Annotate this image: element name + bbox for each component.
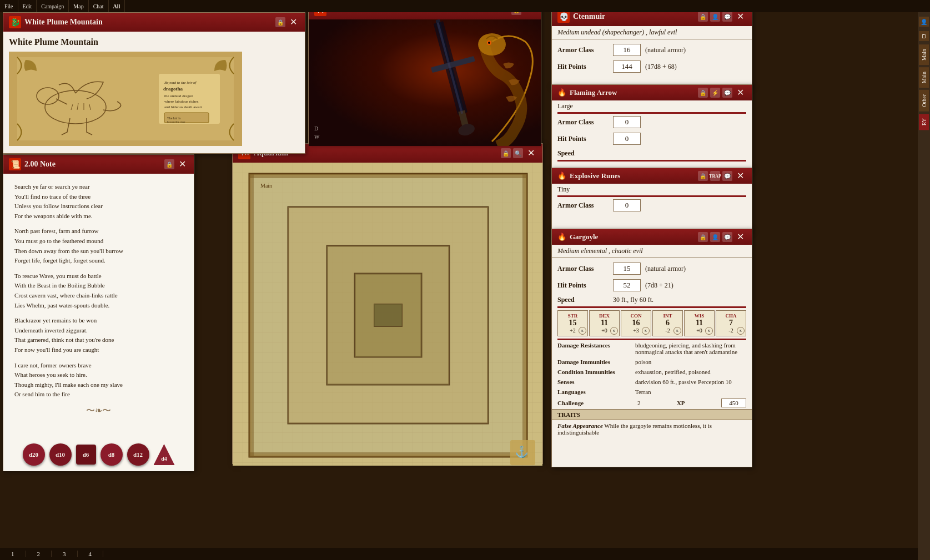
gargoyle-ac-value: 15 xyxy=(613,263,641,275)
note-verse-4: Blackrazor yet remains to be wonUndernea… xyxy=(14,316,183,355)
gargoyle-title: Gargoyle xyxy=(570,233,598,241)
flaming-arrow-close-button[interactable]: ✕ xyxy=(735,87,746,98)
gargoyle-panel: 🔥 Gargoyle 🔒 👤 💬 ✕ Medium elemental , ch… xyxy=(551,229,752,467)
sidebar-tab-main-1[interactable]: Main xyxy=(919,44,929,65)
aquarium-lock-icon[interactable]: 🔒 xyxy=(501,148,511,158)
wpm-close-button[interactable]: ✕ xyxy=(288,17,299,28)
aquarium-map-container: Main ⚓ xyxy=(233,163,542,466)
die-d8[interactable]: d8 xyxy=(100,443,123,466)
die-d20[interactable]: d20 xyxy=(23,443,45,466)
ctenmuir-chat-icon[interactable]: 💬 xyxy=(722,12,732,22)
wpm-controls: 🔒 ✕ xyxy=(275,17,299,28)
toolbar-btn-map[interactable]: Map xyxy=(69,0,88,12)
toolbar-btn-file[interactable]: File xyxy=(0,0,18,12)
flaming-arrow-controls: 🔒 ⚡ 💬 ✕ xyxy=(698,87,746,98)
ctenmuir-controls: 🔒 👤 💬 ✕ xyxy=(698,11,746,22)
sidebar-tab-ry[interactable]: RY xyxy=(919,114,929,130)
ctenmuir-lock-icon[interactable]: 🔒 xyxy=(698,12,708,22)
gargoyle-traits-content: False Appearance While the gargoyle rema… xyxy=(552,420,752,438)
gargoyle-dex-save[interactable]: S xyxy=(610,327,618,335)
die-d4[interactable]: d4 xyxy=(154,444,175,465)
gargoyle-wis-label: WIS xyxy=(686,313,713,319)
explosive-runes-size: Tiny xyxy=(552,184,752,195)
gargoyle-token-icon[interactable]: 👤 xyxy=(710,232,720,242)
flaming-arrow-action-icon[interactable]: ⚡ xyxy=(710,88,720,98)
gargoyle-int-save[interactable]: S xyxy=(673,327,681,335)
gargoyle-cha-save[interactable]: S xyxy=(737,327,745,335)
note-close-button[interactable]: ✕ xyxy=(177,159,188,170)
white-plume-mountain-panel: 🐉 White Plume Mountain 🔒 ✕ White Plume M… xyxy=(3,12,305,154)
svg-text:the undead dragon: the undead dragon xyxy=(164,94,193,98)
blackrazor-svg: D W xyxy=(309,19,541,146)
ctenmuir-token-icon[interactable]: 👤 xyxy=(710,12,720,22)
gargoyle-hp-value: 52 xyxy=(613,279,641,291)
gargoyle-con-save[interactable]: S xyxy=(642,327,650,335)
gargoyle-challenge-label: Challenge xyxy=(557,400,635,406)
toolbar-btn-chat[interactable]: Chat xyxy=(89,0,109,12)
ctenmuir-close-button[interactable]: ✕ xyxy=(735,11,746,22)
svg-text:The lair is: The lair is xyxy=(167,117,181,120)
explosive-runes-close-button[interactable]: ✕ xyxy=(735,170,746,181)
sidebar-icon-2[interactable]: 👤 xyxy=(919,17,929,27)
ctenmuir-ac-type: (natural armor) xyxy=(645,46,686,54)
explosive-runes-chat-icon[interactable]: 💬 xyxy=(722,171,732,181)
aquarium-map-svg: Main ⚓ xyxy=(233,163,542,466)
ctenmuir-title: Ctenmuir xyxy=(573,12,605,21)
gargoyle-str-save[interactable]: S xyxy=(579,327,586,335)
right-sidebar: ⚙ 👤 🗒 Main Main Other RY xyxy=(918,0,930,560)
flaming-arrow-header-container: 🔥 Flaming Arrow 🔒 ⚡ 💬 ✕ xyxy=(552,85,752,100)
gargoyle-controls: 🔒 👤 💬 ✕ xyxy=(698,231,746,243)
wpm-icon: 🐉 xyxy=(9,16,21,28)
toolbar-btn-all[interactable]: All xyxy=(109,0,125,12)
gargoyle-header: 🔥 Gargoyle 🔒 👤 💬 ✕ xyxy=(552,229,752,245)
sidebar-tab-other[interactable]: Other xyxy=(919,90,929,112)
gargoyle-lock-icon[interactable]: 🔒 xyxy=(698,232,708,242)
gargoyle-dmg-resist-value: bludgeoning, piercing, and slashing from… xyxy=(635,342,746,355)
explosive-runes-header: 🔥 Explosive Runes 🔒 TRAP 💬 ✕ xyxy=(552,168,752,184)
gargoyle-senses-label: Senses xyxy=(557,379,635,385)
die-d10[interactable]: d10 xyxy=(49,443,72,466)
sidebar-icon-3[interactable]: 🗒 xyxy=(919,31,929,41)
note-lock-icon[interactable]: 🔒 xyxy=(164,159,174,169)
explosive-runes-trap-icon[interactable]: TRAP xyxy=(710,171,720,181)
flaming-arrow-lock-icon[interactable]: 🔒 xyxy=(698,88,708,98)
flaming-arrow-hp-label: Hit Points xyxy=(557,135,613,143)
dice-bar: d20 d10 d6 d8 d12 d4 xyxy=(9,443,188,466)
gargoyle-close-button[interactable]: ✕ xyxy=(735,231,746,243)
aquarium-close-button[interactable]: ✕ xyxy=(525,148,537,159)
gargoyle-senses-row: Senses darkvision 60 ft., passive Percep… xyxy=(552,377,752,387)
die-d12[interactable]: d12 xyxy=(127,443,149,466)
toolbar-btn-edit[interactable]: Edit xyxy=(18,0,37,12)
flaming-arrow-speed-row: Speed xyxy=(552,147,752,160)
ctenmuir-hp-value: 144 xyxy=(613,60,641,73)
explosive-runes-controls: 🔒 TRAP 💬 ✕ xyxy=(698,170,746,181)
gargoyle-languages-row: Languages Terran xyxy=(552,387,752,397)
explosive-runes-ac-row: Armor Class 0 xyxy=(552,197,752,214)
flaming-arrow-title-group: 🔥 Flaming Arrow xyxy=(557,88,617,97)
die-d6[interactable]: d6 xyxy=(76,445,96,465)
aquarium-search-icon[interactable]: 🔍 xyxy=(513,148,523,158)
explosive-runes-lock-icon[interactable]: 🔒 xyxy=(698,171,708,181)
gargoyle-con-box: CON 16 +3 S xyxy=(621,310,651,336)
flaming-arrow-chat-icon[interactable]: 💬 xyxy=(722,88,732,98)
gargoyle-str-box: STR 15 +2 S xyxy=(557,310,588,336)
aquarium-controls: 🔒 🔍 ✕ xyxy=(501,148,537,159)
gargoyle-dmg-immune-row: Damage Immunities poison xyxy=(552,357,752,367)
gargoyle-dex-label: DEX xyxy=(591,313,618,319)
svg-text:Main: Main xyxy=(260,183,272,189)
svg-text:⚓: ⚓ xyxy=(515,445,529,458)
gargoyle-chat-icon[interactable]: 💬 xyxy=(722,232,732,242)
timeline-num-2: 2 xyxy=(26,551,52,557)
wpm-lock-icon[interactable]: 🔒 xyxy=(275,17,285,27)
wpm-title: White Plume Mountain xyxy=(24,18,103,27)
gargoyle-wis-save[interactable]: S xyxy=(705,327,713,335)
sidebar-tab-main-2[interactable]: Main xyxy=(919,67,929,88)
note-header: 📜 2.00 Note 🔒 ✕ xyxy=(3,155,194,174)
note-title-group: 📜 2.00 Note xyxy=(9,158,56,170)
flaming-arrow-ac-label: Armor Class xyxy=(557,118,613,127)
svg-text:dragotha: dragotha xyxy=(163,86,183,92)
gargoyle-dex-score: 11 xyxy=(591,319,618,327)
blackrazor-image-container: D W xyxy=(309,19,541,146)
toolbar-btn-campaign[interactable]: Campaign xyxy=(37,0,69,12)
flaming-arrow-ac-value: 0 xyxy=(613,116,641,128)
